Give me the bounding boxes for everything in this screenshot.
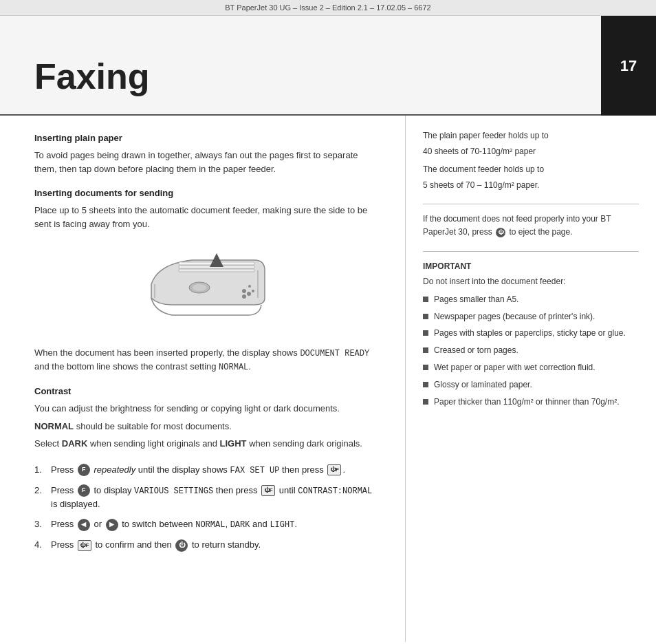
section-inserting-docs: Inserting documents for sending Place up… [34, 188, 378, 230]
bullet-icon-6 [423, 399, 428, 405]
list-item-5: Glossy or laminated paper. [423, 379, 639, 391]
confirm-key: ⏻F [78, 540, 91, 551]
important-section: IMPORTANT Do not insert into the documen… [423, 260, 639, 408]
important-list: Pages smaller than A5. Newspaper pages (… [423, 294, 639, 408]
section-contrast-title: Contrast [34, 386, 378, 396]
step4-content: Press ⏻F to confirm and then ⏻ to return… [51, 538, 261, 552]
section-contrast-body: You can adjust the brightness for sendin… [34, 402, 378, 451]
page-number: 17 [601, 16, 656, 116]
bullet-icon-0 [423, 297, 428, 302]
list-item-1-text: Newspaper pages (because of printer's in… [434, 311, 595, 323]
eject-line4: the page. [538, 227, 572, 237]
eject-pre: If the document does not feed properly [423, 214, 564, 224]
capacity-line3: The document feeder holds up to [423, 163, 639, 176]
ok-key-1: ⏻F [327, 464, 341, 475]
contrast-normal-line: NORMAL should be suitable for most docum… [34, 420, 378, 433]
list-item-4: Wet paper or paper with wet correction f… [423, 362, 639, 374]
f-key-1: F [78, 464, 90, 476]
important-header: IMPORTANT [423, 260, 639, 273]
right-separator-1 [423, 204, 639, 204]
bullet-icon-3 [423, 347, 428, 353]
code-normal: NORMAL [219, 363, 248, 372]
step-4: 4. Press ⏻F to confirm and then ⏻ to ret… [34, 538, 378, 552]
list-item-4-text: Wet paper or paper with wet correction f… [434, 362, 595, 374]
right-column: The plain paper feeder holds up to 40 sh… [406, 116, 656, 642]
section-inserting-docs-body: Place up to 5 sheets into the automatic … [34, 204, 378, 230]
code-document-ready: DOCUMENT READY [300, 349, 369, 358]
normal-bold: NORMAL [34, 421, 74, 431]
page-title: Faxing [34, 56, 150, 107]
feeder-capacity-note: The plain paper feeder holds up to 40 sh… [423, 129, 639, 191]
main-content: Inserting plain paper To avoid pages bei… [0, 116, 656, 642]
title-area: Faxing 17 [0, 16, 656, 116]
step3-content: Press ◀ or ▶ to switch between NORMAL, D… [51, 517, 297, 531]
svg-rect-2 [179, 269, 254, 272]
step2-content: Press F to display VARIOUS SETTINGS then… [51, 484, 378, 511]
svg-point-5 [193, 284, 206, 291]
important-subheader: Do not insert into the document feeder: [423, 275, 639, 288]
steps-list: 1. Press F repeatedly until the display … [34, 463, 378, 552]
step1-content: Press F repeatedly until the display sho… [51, 463, 345, 477]
capacity-line1: The plain paper feeder holds up to [423, 129, 639, 142]
after-image-pre: When the document has been inserted prop… [34, 347, 300, 358]
section-plain-paper-body: To avoid pages being drawn in together, … [34, 149, 378, 175]
section-plain-paper: Inserting plain paper To avoid pages bei… [34, 133, 378, 175]
svg-point-9 [248, 285, 251, 288]
list-item-6-text: Paper thicker than 110g/m² or thinner th… [434, 396, 619, 408]
top-bar: BT PaperJet 30 UG – Issue 2 – Edition 2.… [0, 0, 656, 16]
list-item-1: Newspaper pages (because of printer's in… [423, 311, 639, 323]
eject-line3: to eject [509, 227, 536, 237]
list-item-2-text: Pages with staples or paperclips, sticky… [434, 328, 626, 339]
capacity-line4: 5 sheets of 70 – 110g/m² paper. [423, 179, 639, 192]
document-feeder-image [138, 243, 275, 332]
svg-point-7 [247, 292, 251, 296]
svg-point-6 [242, 289, 246, 293]
step-3: 3. Press ◀ or ▶ to switch between NORMAL… [34, 517, 378, 531]
ok-key-2: ⏻F [261, 485, 275, 496]
step-2: 2. Press F to display VARIOUS SETTINGS t… [34, 484, 378, 511]
dark-suffix: when sending light originals and [87, 438, 219, 449]
after-code2: . [248, 361, 251, 372]
list-item-3-text: Creased or torn pages. [434, 345, 518, 356]
step-1: 1. Press F repeatedly until the display … [34, 463, 378, 477]
right-arrow-key: ▶ [106, 519, 118, 531]
list-item-3: Creased or torn pages. [423, 345, 639, 356]
list-item-0-text: Pages smaller than A5. [434, 294, 518, 305]
right-separator-2 [423, 251, 639, 252]
contrast-dark-light-line: Select DARK when sending light originals… [34, 437, 378, 451]
bullet-icon-2 [423, 330, 428, 336]
select-label: Select [34, 438, 62, 449]
svg-point-10 [252, 290, 254, 292]
section-inserting-docs-title: Inserting documents for sending [34, 188, 378, 198]
contrast-normal-suffix: should be suitable for most documents. [74, 421, 232, 431]
left-arrow-key: ◀ [78, 519, 90, 531]
section-contrast: Contrast You can adjust the brightness f… [34, 386, 378, 451]
contrast-line1: You can adjust the brightness for sendin… [34, 402, 378, 416]
after-code1: and the bottom line shows the contrast s… [34, 361, 219, 372]
bullet-icon-4 [423, 365, 428, 370]
bullet-icon-5 [423, 382, 428, 387]
header-text: BT PaperJet 30 UG – Issue 2 – Edition 2.… [225, 3, 430, 12]
section-plain-paper-title: Inserting plain paper [34, 133, 378, 143]
f-key-2: F [78, 484, 90, 497]
dark-bold: DARK [62, 438, 88, 449]
light-bold: LIGHT [220, 438, 247, 449]
capacity-line2: 40 sheets of 70-110g/m² paper [423, 145, 639, 158]
left-column: Inserting plain paper To avoid pages bei… [0, 116, 406, 642]
list-item-2: Pages with staples or paperclips, sticky… [423, 328, 639, 339]
svg-point-8 [242, 294, 246, 299]
eject-line: If the document does not feed properly i… [423, 213, 639, 238]
eject-note: If the document does not feed properly i… [423, 213, 639, 238]
list-item-5-text: Glossy or laminated paper. [434, 379, 532, 391]
list-item-0: Pages smaller than A5. [423, 294, 639, 305]
light-suffix: when sending dark originals. [247, 438, 362, 449]
standby-key: ⏻ [175, 539, 188, 552]
list-item-6: Paper thicker than 110g/m² or thinner th… [423, 396, 639, 408]
after-image-text: When the document has been inserted prop… [34, 346, 378, 374]
bullet-icon-1 [423, 314, 428, 319]
eject-key-icon: ⏻ [496, 228, 505, 237]
